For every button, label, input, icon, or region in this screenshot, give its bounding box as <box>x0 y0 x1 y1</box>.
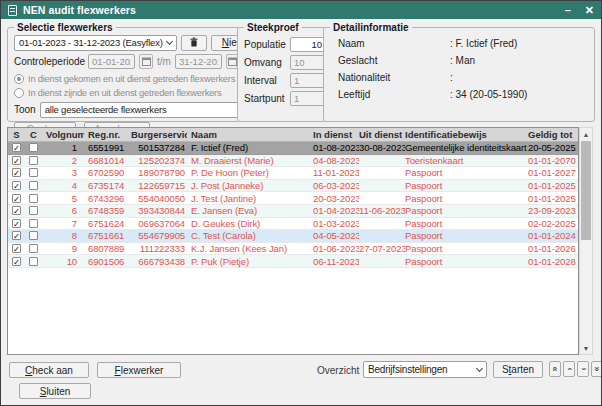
c-checkbox[interactable] <box>29 206 38 215</box>
s-checkbox[interactable]: ✓ <box>12 168 21 177</box>
table-row[interactable]: ✓ 7 6751624 069637064 D. Geukes (Dirk) 0… <box>8 218 578 231</box>
selectie-legend: Selectie flexwerkers <box>14 22 116 33</box>
steekproef-field-input[interactable] <box>290 37 326 52</box>
cell-regnr: 6735174 <box>84 180 131 191</box>
cell-regnr: 6743296 <box>84 193 131 204</box>
sluiten-button[interactable]: Sluiten <box>19 383 91 399</box>
close-icon[interactable]: ✕ <box>585 5 594 16</box>
steekproef-field-label: Startpunt <box>244 93 290 104</box>
s-checkbox[interactable]: ✓ <box>12 219 21 228</box>
col-header-burgerservicenr[interactable]: Burgerservicenr <box>131 129 187 140</box>
date-from-input[interactable] <box>88 54 135 69</box>
col-header-naam[interactable]: Naam <box>187 129 313 140</box>
delete-period-button[interactable] <box>181 35 207 51</box>
scroll-up-icon[interactable]: ▲ <box>580 128 592 140</box>
s-checkbox[interactable]: ✓ <box>12 194 21 203</box>
record-navigation: « ‹ › » <box>549 361 602 377</box>
table-row[interactable]: ✓ 10 6901506 666793438 P. Puk (Pietje) 0… <box>8 255 578 268</box>
starten-button[interactable]: Starten <box>493 361 543 378</box>
table-row[interactable]: ✓ 5 6743296 554040050 J. Test (Jantine) … <box>8 192 578 205</box>
cell-geldig-tot: 01-01-2027 <box>528 167 578 178</box>
c-checkbox[interactable] <box>29 143 38 152</box>
col-header-regnr[interactable]: Reg.nr. <box>84 129 131 140</box>
detail-row: Naam : F. Ictief (Fred) <box>338 38 588 49</box>
table-body: ✓ 1 6551991 501537284 F. Ictief (Fred) 0… <box>8 142 578 354</box>
table-row[interactable]: ✓ 9 6807889 111222333 K.J. Jansen (Kees … <box>8 243 578 256</box>
date-to-input[interactable] <box>175 54 222 69</box>
steekproef-field-label: Omvang <box>244 57 290 68</box>
table-row[interactable]: ✓ 2 6681014 125202374 M. Draaierst (Mari… <box>8 155 578 168</box>
scrollbar-thumb[interactable] <box>581 141 591 240</box>
next-record-button[interactable]: › <box>577 361 589 377</box>
s-checkbox[interactable]: ✓ <box>12 231 21 240</box>
steekproef-field-input[interactable] <box>290 91 326 106</box>
cell-burgerservicenr: 111222333 <box>131 243 187 254</box>
cell-geldig-tot: 01-01-2025 <box>528 193 578 204</box>
toon-select[interactable]: alle geselecteerde flexwerkers <box>40 102 261 118</box>
flexwerker-button[interactable]: Flexwerker <box>97 362 181 378</box>
steekproef-field-row: Omvang <box>244 55 326 70</box>
period-select[interactable]: 01-01-2023 - 31-12-2023 (Easyflex) <box>14 35 177 51</box>
cell-volgnummer: 8 <box>42 230 84 241</box>
col-header-in-dienst[interactable]: In dienst <box>313 129 359 140</box>
table-row[interactable]: ✓ 8 6751661 554679905 C. Test (Carola) 0… <box>8 230 578 243</box>
s-checkbox[interactable]: ✓ <box>12 156 21 165</box>
cell-identificatiebewijs: Paspoort <box>405 193 528 204</box>
c-checkbox[interactable] <box>29 257 38 266</box>
previous-record-button[interactable]: ‹ <box>563 361 575 377</box>
calendar-icon <box>142 57 151 66</box>
c-checkbox[interactable] <box>29 244 38 253</box>
c-checkbox[interactable] <box>29 194 38 203</box>
col-header-uit-dienst[interactable]: Uit dienst <box>359 129 405 140</box>
detailinformatie-group: Detailinformatie Naam : F. Ictief (Fred)… <box>323 22 595 122</box>
s-checkbox[interactable]: ✓ <box>12 143 21 152</box>
col-header-volgnummer[interactable]: Volgnumm... <box>42 129 84 140</box>
check-aan-button[interactable]: Check aan <box>9 362 89 378</box>
table-scrollbar[interactable]: ▲ ▼ <box>579 127 593 355</box>
radio-in-dienst-zijnde[interactable] <box>14 88 24 98</box>
cell-regnr: 6551991 <box>84 142 131 153</box>
steekproef-field-input[interactable] <box>290 73 326 88</box>
table-row[interactable]: ✓ 3 6702590 189078790 P. De Hoon (Peter)… <box>8 167 578 180</box>
last-record-button[interactable]: » <box>591 361 602 377</box>
c-checkbox[interactable] <box>29 168 38 177</box>
table-row[interactable]: ✓ 4 6735174 122659715 J. Post (Janneke) … <box>8 180 578 193</box>
cell-geldig-tot: 23-09-2023 <box>528 205 578 216</box>
app-icon <box>8 5 17 16</box>
c-checkbox[interactable] <box>29 156 38 165</box>
detailinformatie-legend: Detailinformatie <box>330 22 412 33</box>
cell-identificatiebewijs: Paspoort <box>405 243 528 254</box>
overzicht-select-value: Bedrijfsinstellingen <box>368 364 473 375</box>
overzicht-select[interactable]: Bedrijfsinstellingen <box>363 361 487 378</box>
cell-naam: P. Puk (Pietje) <box>187 256 313 267</box>
cell-naam: P. De Hoon (Peter) <box>187 167 313 178</box>
col-header-geldig-tot[interactable]: Geldig tot <box>528 129 578 140</box>
col-header-s[interactable]: S <box>8 129 25 140</box>
first-record-button[interactable]: « <box>549 361 561 377</box>
c-checkbox[interactable] <box>29 231 38 240</box>
s-checkbox[interactable]: ✓ <box>12 244 21 253</box>
calendar-from-button[interactable] <box>139 54 153 69</box>
cell-volgnummer: 10 <box>42 256 84 267</box>
cell-naam: J. Test (Jantine) <box>187 193 313 204</box>
c-checkbox[interactable] <box>29 181 38 190</box>
c-checkbox[interactable] <box>29 219 38 228</box>
radio-in-uit-dienst[interactable] <box>14 74 24 84</box>
table-row[interactable]: ✓ 6 6748359 393430844 E. Jansen (Eva) 01… <box>8 205 578 218</box>
detail-value: : F. Ictief (Fred) <box>450 38 517 49</box>
s-checkbox[interactable]: ✓ <box>12 206 21 215</box>
minimize-icon[interactable]: – <box>565 5 571 16</box>
cell-geldig-tot: 01-01-2024 <box>528 230 578 241</box>
col-header-c[interactable]: C <box>25 129 42 140</box>
scroll-down-icon[interactable]: ▼ <box>580 342 592 354</box>
cell-regnr: 6702590 <box>84 167 131 178</box>
s-checkbox[interactable]: ✓ <box>12 257 21 266</box>
cell-naam: E. Jansen (Eva) <box>187 205 313 216</box>
cell-volgnummer: 7 <box>42 218 84 229</box>
radio-in-uit-dienst-label: In dienst gekomen en uit dienst getreden… <box>28 74 235 84</box>
table-row[interactable]: ✓ 1 6551991 501537284 F. Ictief (Fred) 0… <box>8 142 578 155</box>
steekproef-field-input[interactable] <box>290 55 326 70</box>
col-header-identificatiebewijs[interactable]: Identificatiebewijs <box>405 129 528 140</box>
s-checkbox[interactable]: ✓ <box>12 181 21 190</box>
cell-in-dienst: 01-03-2023 <box>313 218 359 229</box>
